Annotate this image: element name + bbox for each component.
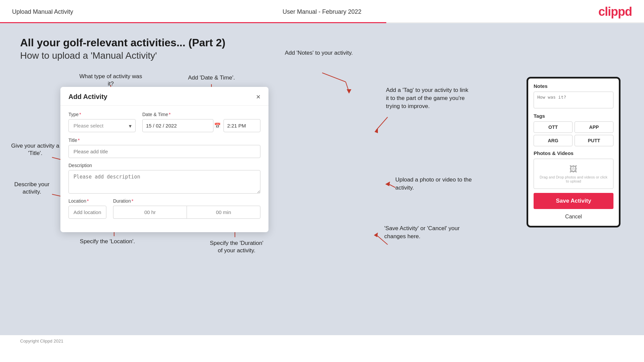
duration-min-input[interactable]	[187, 206, 260, 219]
duration-group: Duration*	[113, 198, 260, 219]
location-group: Location*	[68, 198, 106, 219]
dialog-title: Add Activity	[68, 93, 107, 101]
tags-grid: OTT APP ARG PUTT	[534, 121, 613, 146]
duration-label: Duration*	[113, 198, 260, 204]
upload-icon: 🖼	[539, 164, 608, 174]
svg-line-19	[376, 117, 388, 131]
annotation-upload: Upload a photo or video to the activity.	[395, 176, 473, 192]
save-activity-button[interactable]: Save Activity	[534, 193, 613, 209]
section-title: All your golf-relevant activities... (Pa…	[20, 37, 624, 49]
annotation-save: 'Save Activity' or 'Cancel' your changes…	[384, 224, 472, 241]
right-panel: Notes Tags OTT APP ARG PUTT Photos & Vid…	[527, 77, 624, 227]
annotation-description: Describe your activity.	[8, 181, 55, 196]
notes-label: Notes	[534, 83, 613, 89]
svg-line-21	[388, 184, 395, 188]
date-time-inputs: 📅	[142, 119, 260, 132]
footer: Copyright Clippd 2021	[0, 335, 644, 347]
svg-line-17	[346, 82, 349, 92]
tag-ott[interactable]: OTT	[534, 121, 573, 133]
date-input[interactable]	[142, 119, 213, 132]
close-button[interactable]: ×	[256, 93, 260, 101]
upload-text: Drag and Drop photos and videos or click…	[539, 175, 608, 183]
tag-putt[interactable]: PUTT	[575, 135, 613, 146]
datetime-label: Date & Time*	[142, 112, 260, 117]
svg-marker-22	[385, 182, 390, 186]
logo: clippd	[598, 5, 632, 19]
main-content: All your golf-relevant activities... (Pa…	[0, 23, 644, 335]
form-row-location-duration: Location* Duration*	[68, 198, 260, 219]
duration-inputs	[113, 206, 260, 219]
add-activity-dialog: Add Activity × Type* Please select	[60, 87, 268, 232]
type-group: Type* Please select	[68, 112, 136, 132]
calendar-icon: 📅	[214, 122, 221, 129]
title-input[interactable]	[68, 145, 260, 158]
type-select[interactable]: Please select	[68, 119, 136, 132]
cancel-button[interactable]: Cancel	[534, 212, 613, 221]
svg-line-16	[322, 73, 346, 82]
dialog-header: Add Activity ×	[60, 87, 268, 106]
tag-arg[interactable]: ARG	[534, 135, 573, 146]
tag-app[interactable]: APP	[575, 121, 613, 133]
type-select-wrapper: Please select	[68, 119, 136, 132]
location-label: Location*	[68, 198, 106, 204]
location-input[interactable]	[68, 206, 106, 219]
copyright: Copyright Clippd 2021	[20, 339, 63, 344]
page-title: Upload Manual Activity	[12, 8, 73, 15]
phone-inner: Notes Tags OTT APP ARG PUTT Photos & Vid…	[528, 79, 619, 226]
phone-screen: Notes Tags OTT APP ARG PUTT Photos & Vid…	[527, 77, 621, 227]
manual-title: User Manual - February 2022	[283, 8, 361, 15]
dialog-body: Type* Please select Date & Time* 📅	[60, 106, 268, 232]
duration-hr-input[interactable]	[113, 206, 187, 219]
title-label: Title*	[68, 138, 260, 143]
title-group: Title*	[68, 138, 260, 158]
photos-upload-area[interactable]: 🖼 Drag and Drop photos and videos or cli…	[534, 159, 613, 189]
annotation-notes: Add 'Notes' to your activity.	[280, 49, 357, 57]
description-group: Description	[68, 163, 260, 194]
top-bar: Upload Manual Activity User Manual - Feb…	[0, 0, 644, 22]
annotation-tag: Add a 'Tag' to your activity to link it …	[386, 86, 470, 110]
annotation-location: Specify the 'Location'.	[74, 238, 141, 245]
type-label: Type*	[68, 112, 136, 117]
description-label: Description	[68, 163, 260, 168]
annotation-date-time: Add 'Date & Time'.	[181, 74, 242, 82]
photos-label: Photos & Videos	[534, 150, 613, 156]
datetime-group: Date & Time* 📅	[142, 112, 260, 132]
svg-marker-24	[374, 232, 378, 237]
svg-marker-18	[347, 89, 351, 94]
annotation-duration: Specify the 'Duration' of your activity.	[195, 240, 279, 254]
form-row-type-date: Type* Please select Date & Time* 📅	[68, 112, 260, 132]
time-input[interactable]	[224, 119, 260, 132]
description-textarea[interactable]	[68, 170, 260, 194]
annotation-title: Give your activity a 'Title'.	[10, 142, 60, 157]
notes-textarea[interactable]	[534, 92, 613, 108]
svg-marker-20	[375, 128, 378, 133]
tags-label: Tags	[534, 113, 613, 119]
